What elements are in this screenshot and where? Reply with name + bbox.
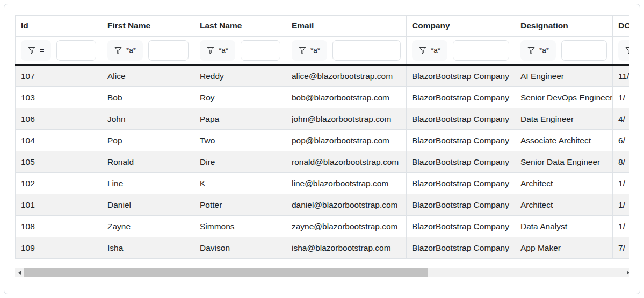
table-row: 103 Bob Roy bob@blazorbootstrap.com Blaz… xyxy=(16,87,630,108)
table-row: 101 Daniel Potter daniel@blazorbootstrap… xyxy=(16,194,630,216)
cell-id: 102 xyxy=(16,173,102,194)
cell-last-name: Two xyxy=(194,130,286,151)
cell-designation: AI Engineer xyxy=(515,65,613,87)
cell-doj: 1/ xyxy=(613,194,630,216)
cell-first-name: Line xyxy=(102,173,194,194)
cell-doj: 6/ xyxy=(613,130,630,151)
cell-first-name: Alice xyxy=(102,65,194,87)
column-header-id[interactable]: Id xyxy=(16,16,102,37)
table-row: 106 John Papa john@blazorbootstrap.com B… xyxy=(16,108,630,130)
column-header-company[interactable]: Company xyxy=(407,16,515,37)
cell-email: daniel@blazorbootstrap.com xyxy=(286,194,407,216)
filter-input-company[interactable] xyxy=(453,40,509,61)
cell-id: 103 xyxy=(16,87,102,108)
cell-first-name: Ronald xyxy=(102,151,194,173)
column-header-last-name[interactable]: Last Name xyxy=(194,16,286,37)
table-row: 107 Alice Reddy alice@blazorbootstrap.co… xyxy=(16,65,630,87)
grid-card: Id First Name Last Name Email Company De… xyxy=(4,4,640,294)
filter-operator: *a* xyxy=(539,47,549,54)
cell-email: alice@blazorbootstrap.com xyxy=(286,65,407,87)
cell-email: bob@blazorbootstrap.com xyxy=(286,87,407,108)
cell-doj: 1/ xyxy=(613,87,630,108)
filter-operator: *a* xyxy=(219,47,228,54)
cell-email: line@blazorbootstrap.com xyxy=(286,173,407,194)
cell-id: 101 xyxy=(16,194,102,216)
filter-button-email[interactable]: *a* xyxy=(292,40,327,61)
cell-doj: 4/ xyxy=(613,108,630,130)
filter-operator: *a* xyxy=(126,47,136,54)
table-row: 102 Line K line@blazorbootstrap.com Blaz… xyxy=(16,173,630,194)
employees-grid: Id First Name Last Name Email Company De… xyxy=(15,15,629,259)
filter-cell-first-name: *a* xyxy=(102,37,194,66)
table-row: 105 Ronald Dire ronald@blazorbootstrap.c… xyxy=(16,151,630,173)
funnel-icon xyxy=(625,47,629,54)
table-row: 104 Pop Two pop@blazorbootstrap.com Blaz… xyxy=(16,130,630,151)
cell-doj: 11/ xyxy=(613,65,630,87)
cell-last-name: Simmons xyxy=(194,216,286,237)
filter-button-first-name[interactable]: *a* xyxy=(107,40,143,61)
filter-input-last-name[interactable] xyxy=(241,40,280,61)
cell-company: BlazorBootstrap Company xyxy=(407,87,515,108)
filter-input-id[interactable] xyxy=(56,40,96,61)
cell-designation: Senior DevOps Engineer xyxy=(515,87,613,108)
funnel-icon xyxy=(207,47,214,54)
cell-doj: 1/ xyxy=(613,216,630,237)
filter-button-id[interactable]: = xyxy=(21,40,51,61)
scrollbar-thumb[interactable] xyxy=(24,268,428,277)
cell-company: BlazorBootstrap Company xyxy=(407,194,515,216)
cell-first-name: Pop xyxy=(102,130,194,151)
cell-email: zayne@blazorbootstrap.com xyxy=(286,216,407,237)
cell-id: 108 xyxy=(16,216,102,237)
filter-row: = *a* xyxy=(16,37,630,66)
filter-cell-email: *a* xyxy=(286,37,407,66)
filter-cell-id: = xyxy=(16,37,102,66)
cell-email: isha@blazorbootstrap.com xyxy=(286,237,407,259)
column-header-designation[interactable]: Designation xyxy=(515,16,613,37)
horizontal-scrollbar[interactable] xyxy=(15,268,629,277)
filter-input-designation[interactable] xyxy=(561,40,607,61)
header-row: Id First Name Last Name Email Company De… xyxy=(16,16,630,37)
scroll-left-button[interactable] xyxy=(15,268,24,277)
cell-id: 104 xyxy=(16,130,102,151)
funnel-icon xyxy=(527,47,535,54)
column-header-first-name[interactable]: First Name xyxy=(102,16,194,37)
cell-id: 109 xyxy=(16,237,102,259)
cell-designation: Associate Architect xyxy=(515,130,613,151)
grid-viewport: Id First Name Last Name Email Company De… xyxy=(15,15,629,259)
filter-cell-designation: *a* xyxy=(515,37,613,66)
filter-button-designation[interactable]: *a* xyxy=(520,40,556,61)
filter-operator: *a* xyxy=(431,47,440,54)
cell-first-name: John xyxy=(102,108,194,130)
cell-designation: Data Engineer xyxy=(515,108,613,130)
cell-email: pop@blazorbootstrap.com xyxy=(286,130,407,151)
filter-button-company[interactable]: *a* xyxy=(412,40,447,61)
cell-first-name: Bob xyxy=(102,87,194,108)
cell-first-name: Daniel xyxy=(102,194,194,216)
cell-last-name: K xyxy=(194,173,286,194)
filter-cell-company: *a* xyxy=(407,37,515,66)
scroll-right-button[interactable] xyxy=(627,268,629,277)
column-header-email[interactable]: Email xyxy=(286,16,407,37)
filter-operator: *a* xyxy=(310,47,320,54)
filter-button-last-name[interactable]: *a* xyxy=(200,40,235,61)
filter-input-email[interactable] xyxy=(332,40,401,61)
cell-designation: App Maker xyxy=(515,237,613,259)
cell-designation: Architect xyxy=(515,173,613,194)
table-row: 109 Isha Davison isha@blazorbootstrap.co… xyxy=(16,237,630,259)
filter-cell-last-name: *a* xyxy=(194,37,286,66)
cell-last-name: Reddy xyxy=(194,65,286,87)
cell-company: BlazorBootstrap Company xyxy=(407,216,515,237)
filter-input-first-name[interactable] xyxy=(148,40,189,61)
cell-company: BlazorBootstrap Company xyxy=(407,130,515,151)
cell-last-name: Roy xyxy=(194,87,286,108)
filter-button-doj[interactable]: *a* xyxy=(618,40,629,61)
filter-cell-doj: *a* xyxy=(613,37,630,66)
funnel-icon xyxy=(299,47,306,54)
cell-company: BlazorBootstrap Company xyxy=(407,151,515,173)
cell-company: BlazorBootstrap Company xyxy=(407,237,515,259)
cell-doj: 7/ xyxy=(613,237,630,259)
cell-id: 105 xyxy=(16,151,102,173)
funnel-icon xyxy=(114,47,122,54)
cell-doj: 1/ xyxy=(613,173,630,194)
column-header-doj[interactable]: DOJ xyxy=(613,16,630,37)
